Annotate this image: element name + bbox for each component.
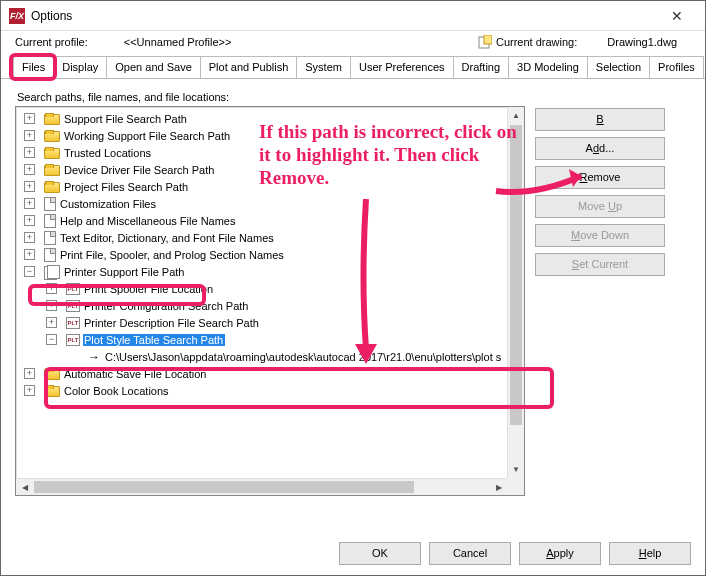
help-button[interactable]: Help [609, 542, 691, 565]
tree-item-label[interactable]: Customization Files [59, 198, 158, 210]
tree-item[interactable]: →C:\Users\Jason\appdata\roaming\autodesk… [16, 348, 507, 365]
browse-button[interactable]: B [535, 108, 665, 131]
ok-button[interactable]: OK [339, 542, 421, 565]
cancel-button[interactable]: Cancel [429, 542, 511, 565]
tab-files[interactable]: Files [13, 56, 54, 79]
tree-item-label[interactable]: Print File, Spooler, and Prolog Section … [59, 249, 286, 261]
tree-spacer [68, 351, 79, 362]
folder-icon [44, 165, 60, 176]
move-up-button[interactable]: Move Up [535, 195, 665, 218]
tree-item-label[interactable]: Printer Configuration Search Path [83, 300, 250, 312]
tab-plot-and-publish[interactable]: Plot and Publish [200, 56, 298, 79]
profile-row: Current profile: <<Unnamed Profile>> Cur… [1, 31, 705, 55]
plt-icon: PLT [66, 300, 80, 312]
tree-item-label[interactable]: Color Book Locations [63, 385, 171, 397]
folder-icon [44, 114, 60, 125]
apply-button[interactable]: Apply [519, 542, 601, 565]
expand-icon[interactable]: + [24, 215, 35, 226]
expand-icon[interactable]: + [24, 113, 35, 124]
tab-system[interactable]: System [296, 56, 351, 79]
tree-item-label[interactable]: Text Editor, Dictionary, and Font File N… [59, 232, 276, 244]
tree-item-label[interactable]: Project Files Search Path [63, 181, 190, 193]
tree-item[interactable]: +Device Driver File Search Path [16, 161, 507, 178]
tree-item[interactable]: +Customization Files [16, 195, 507, 212]
drawing-file-icon [478, 35, 492, 49]
tree-item[interactable]: +PLTPrinter Description File Search Path [16, 314, 507, 331]
expand-icon[interactable]: + [24, 232, 35, 243]
expand-icon[interactable]: + [46, 317, 57, 328]
tree-item-label[interactable]: Print Spooler File Location [83, 283, 215, 295]
collapse-icon[interactable]: − [46, 334, 57, 345]
tree-item[interactable]: +Print File, Spooler, and Prolog Section… [16, 246, 507, 263]
expand-icon[interactable]: + [24, 164, 35, 175]
tab-3d-modeling[interactable]: 3D Modeling [508, 56, 588, 79]
tree-item-label[interactable]: Printer Description File Search Path [83, 317, 261, 329]
horizontal-scrollbar[interactable]: ◀ ▶ [16, 478, 507, 495]
tree-view[interactable]: +Support File Search Path+Working Suppor… [15, 106, 525, 496]
set-current-button[interactable]: Set Current [535, 253, 665, 276]
file-icon [44, 231, 56, 245]
expand-icon[interactable]: + [46, 283, 57, 294]
scroll-right-icon[interactable]: ▶ [490, 479, 507, 495]
scroll-thumb[interactable] [510, 125, 522, 425]
scroll-up-icon[interactable]: ▲ [508, 107, 524, 124]
titlebar: F/X Options ✕ [1, 1, 705, 31]
tree-item-label[interactable]: Printer Support File Path [63, 266, 186, 278]
expand-icon[interactable]: + [24, 181, 35, 192]
tree-item-label[interactable]: Plot Style Table Search Path [83, 334, 225, 346]
file-icon [44, 248, 56, 262]
tree-item[interactable]: +Project Files Search Path [16, 178, 507, 195]
tree-item-label[interactable]: C:\Users\Jason\appdata\roaming\autodesk\… [104, 351, 503, 363]
collapse-icon[interactable]: − [24, 266, 35, 277]
tree-item-label[interactable]: Automatic Save File Location [63, 368, 208, 380]
expand-icon[interactable]: + [24, 385, 35, 396]
plt-icon: PLT [66, 317, 80, 329]
tree-item-label[interactable]: Working Support File Search Path [63, 130, 232, 142]
tree-item-label[interactable]: Trusted Locations [63, 147, 153, 159]
tree-item[interactable]: +Color Book Locations [16, 382, 507, 399]
expand-icon[interactable]: + [24, 198, 35, 209]
tree-item[interactable]: −PLTPlot Style Table Search Path [16, 331, 507, 348]
tree-item[interactable]: +Help and Miscellaneous File Names [16, 212, 507, 229]
tree-item-label[interactable]: Help and Miscellaneous File Names [59, 215, 237, 227]
svg-rect-1 [484, 35, 492, 44]
dialog-footer: OK Cancel Apply Help [339, 542, 691, 565]
expand-icon[interactable]: + [24, 249, 35, 260]
tree-item[interactable]: +Text Editor, Dictionary, and Font File … [16, 229, 507, 246]
close-button[interactable]: ✕ [657, 8, 697, 24]
tree-item-label[interactable]: Support File Search Path [63, 113, 189, 125]
tree-item[interactable]: +Trusted Locations [16, 144, 507, 161]
tree-item[interactable]: +Automatic Save File Location [16, 365, 507, 382]
tree-item[interactable]: +PLTPrinter Configuration Search Path [16, 297, 507, 314]
tab-selection[interactable]: Selection [587, 56, 650, 79]
files-icon [44, 265, 60, 279]
add-button[interactable]: Add... [535, 137, 665, 160]
path-arrow-icon: → [88, 350, 100, 364]
tree-item-label[interactable]: Device Driver File Search Path [63, 164, 216, 176]
tab-drafting[interactable]: Drafting [453, 56, 510, 79]
expand-icon[interactable]: + [24, 130, 35, 141]
tab-profiles[interactable]: Profiles [649, 56, 704, 79]
tree-item[interactable]: +PLTPrint Spooler File Location [16, 280, 507, 297]
scroll-thumb-h[interactable] [34, 481, 414, 493]
folder-icon [44, 131, 60, 142]
tab-user-preferences[interactable]: User Preferences [350, 56, 454, 79]
scroll-left-icon[interactable]: ◀ [16, 479, 33, 495]
expand-icon[interactable]: + [24, 368, 35, 379]
tree-item[interactable]: +Support File Search Path [16, 110, 507, 127]
remove-button[interactable]: Remove [535, 166, 665, 189]
plt-icon: PLT [66, 334, 80, 346]
expand-icon[interactable]: + [24, 147, 35, 158]
current-profile-label: Current profile: [15, 36, 88, 48]
vertical-scrollbar[interactable]: ▲ ▼ [507, 107, 524, 478]
tab-open-and-save[interactable]: Open and Save [106, 56, 200, 79]
section-label: Search paths, file names, and file locat… [17, 91, 691, 103]
folder-icon [44, 148, 60, 159]
scroll-down-icon[interactable]: ▼ [508, 461, 524, 478]
tree-item[interactable]: −Printer Support File Path [16, 263, 507, 280]
expand-icon[interactable]: + [46, 300, 57, 311]
scroll-corner [507, 478, 524, 495]
tree-item[interactable]: +Working Support File Search Path [16, 127, 507, 144]
move-down-button[interactable]: Move Down [535, 224, 665, 247]
tab-display[interactable]: Display [53, 56, 107, 79]
